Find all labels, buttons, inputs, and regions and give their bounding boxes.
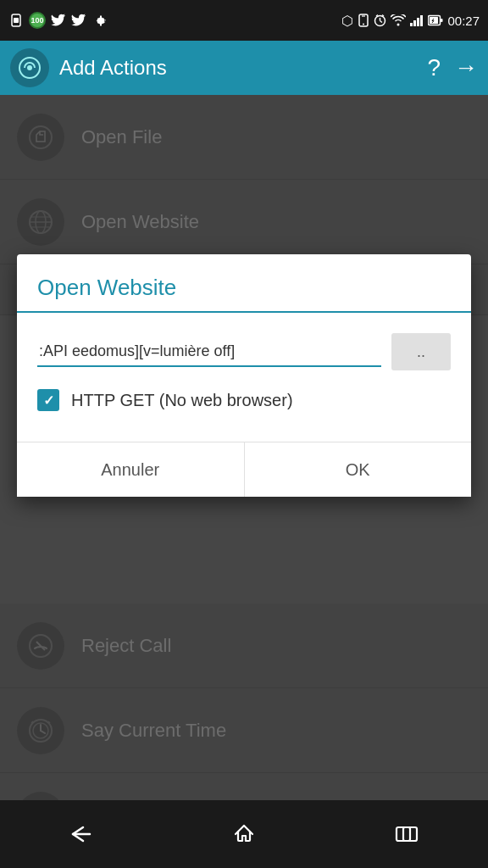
wifi-icon [391,14,406,26]
app-bar-title: Add Actions [59,56,417,80]
svg-rect-10 [410,23,413,26]
status-bar: 100 ⬡ [0,0,488,41]
http-get-label: HTTP GET (No web browser) [71,391,293,410]
ok-button[interactable]: OK [245,442,472,497]
nav-bar [0,800,488,868]
dialog-title: Open Website [17,254,471,311]
app-bar-icon [10,48,49,87]
svg-rect-16 [441,19,443,22]
twitter-icon-1 [51,13,66,28]
svg-line-7 [380,20,383,22]
battery-icon [428,14,443,26]
status-bar-right: ⬡ [341,13,480,29]
svg-rect-11 [413,20,416,26]
http-get-checkbox[interactable] [37,389,59,411]
recent-apps-button[interactable] [373,809,441,860]
cancel-button[interactable]: Annuler [17,442,245,497]
status-bar-left: 100 [8,12,107,29]
svg-rect-1 [14,18,19,23]
http-get-row: HTTP GET (No web browser) [37,386,451,415]
back-button[interactable] [47,809,115,860]
svg-rect-13 [420,15,423,26]
dialog-divider [17,311,471,313]
home-button[interactable] [210,809,278,860]
url-input[interactable] [37,337,381,367]
sim-icon [8,13,24,28]
green-badge: 100 [29,12,46,29]
status-time: 00:27 [447,14,480,28]
svg-rect-12 [417,18,419,26]
svg-point-18 [27,65,32,70]
app-bar: Add Actions ? → [0,41,488,95]
settings-icon [92,13,107,28]
dialog-body: .. HTTP GET (No web browser) [17,326,471,428]
dialog-actions: Annuler OK [17,442,471,497]
phone-icon [358,14,369,27]
open-website-dialog: Open Website .. HTTP GET (No web browser… [17,254,471,497]
app-bar-actions: ? → [427,54,478,81]
browse-button[interactable]: .. [391,333,451,370]
alarm-icon [374,14,386,27]
help-button[interactable]: ? [427,54,441,81]
twitter-icon-2 [71,13,86,28]
signal-icon [410,14,424,26]
next-button[interactable]: → [454,54,478,81]
svg-point-4 [363,24,364,25]
url-input-row: .. [37,333,451,370]
bluetooth-icon: ⬡ [341,13,353,29]
